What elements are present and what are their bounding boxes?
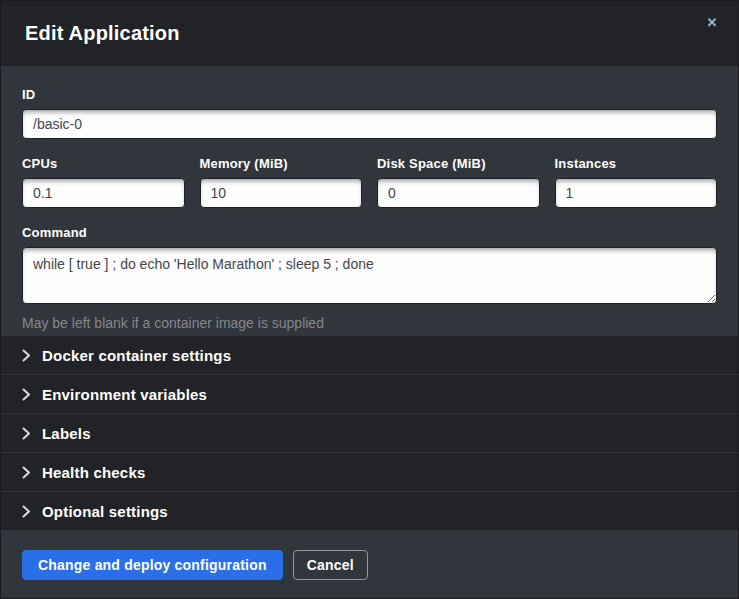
modal-header: Edit Application ✕: [1, 1, 738, 66]
id-field-group: ID: [22, 87, 717, 139]
section-health-checks[interactable]: Health checks: [1, 453, 738, 492]
chevron-right-icon: [22, 349, 31, 362]
modal-title: Edit Application: [25, 22, 180, 45]
change-and-deploy-button[interactable]: Change and deploy configuration: [22, 550, 283, 580]
section-label: Labels: [42, 425, 91, 442]
instances-input[interactable]: [555, 178, 718, 208]
cpus-input[interactable]: [22, 178, 185, 208]
section-optional-settings[interactable]: Optional settings: [1, 492, 738, 530]
cpus-label: CPUs: [22, 156, 185, 171]
memory-input[interactable]: [200, 178, 363, 208]
edit-application-modal: Edit Application ✕ ID CPUs Memory (MiB) …: [0, 0, 739, 599]
modal-footer: Change and deploy configuration Cancel: [1, 530, 738, 599]
resources-row: CPUs Memory (MiB) Disk Space (MiB) Insta…: [22, 156, 717, 208]
command-textarea[interactable]: while [ true ] ; do echo 'Hello Marathon…: [22, 247, 717, 304]
section-label: Health checks: [42, 464, 145, 481]
section-label: Docker container settings: [42, 347, 231, 364]
close-icon[interactable]: ✕: [703, 14, 721, 32]
section-docker-container-settings[interactable]: Docker container settings: [1, 336, 738, 375]
memory-field-group: Memory (MiB): [200, 156, 363, 208]
id-input[interactable]: [22, 109, 717, 139]
disk-input[interactable]: [377, 178, 540, 208]
collapsible-sections: Docker container settings Environment va…: [1, 336, 738, 530]
chevron-right-icon: [22, 505, 31, 518]
disk-field-group: Disk Space (MiB): [377, 156, 540, 208]
section-label: Environment variables: [42, 386, 207, 403]
application-form: ID CPUs Memory (MiB) Disk Space (MiB) In…: [1, 66, 738, 336]
section-environment-variables[interactable]: Environment variables: [1, 375, 738, 414]
cancel-button[interactable]: Cancel: [293, 550, 368, 580]
command-label: Command: [22, 225, 717, 240]
chevron-right-icon: [22, 466, 31, 479]
cpus-field-group: CPUs: [22, 156, 185, 208]
instances-label: Instances: [555, 156, 718, 171]
id-label: ID: [22, 87, 717, 102]
instances-field-group: Instances: [555, 156, 718, 208]
command-field-group: Command while [ true ] ; do echo 'Hello …: [22, 225, 717, 331]
chevron-right-icon: [22, 388, 31, 401]
command-help-text: May be left blank if a container image i…: [22, 315, 717, 331]
memory-label: Memory (MiB): [200, 156, 363, 171]
section-label: Optional settings: [42, 503, 168, 520]
chevron-right-icon: [22, 427, 31, 440]
section-labels[interactable]: Labels: [1, 414, 738, 453]
disk-label: Disk Space (MiB): [377, 156, 540, 171]
